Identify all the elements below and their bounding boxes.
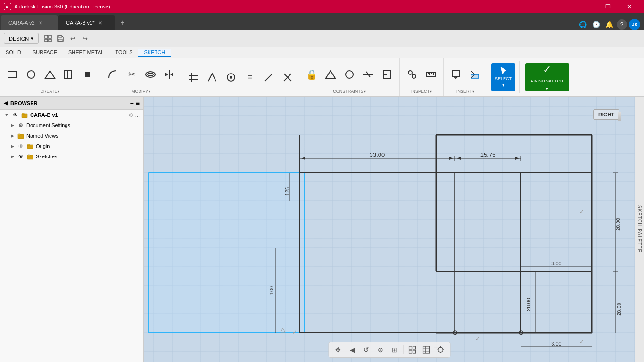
new-tab-button[interactable]: + xyxy=(115,15,130,30)
view-cube-label[interactable]: RIGHT xyxy=(593,109,619,120)
trim-tool[interactable]: ✂ xyxy=(123,64,140,85)
inspect-label: INSPECT▾ xyxy=(411,89,432,94)
insert-tool-2[interactable] xyxy=(466,64,483,85)
help-icon[interactable]: ? xyxy=(617,19,627,30)
svg-point-26 xyxy=(346,71,353,78)
line-segment-tool[interactable] xyxy=(204,67,221,88)
triangle-constraint-tool[interactable] xyxy=(322,64,339,85)
bell-icon[interactable]: 🔔 xyxy=(603,19,615,30)
user-avatar[interactable]: JS xyxy=(629,19,640,30)
sketches-eye-icon[interactable]: 👁 xyxy=(17,153,25,160)
tangent-tool[interactable] xyxy=(360,64,377,85)
orbit-btn[interactable]: ↺ xyxy=(361,344,372,355)
create-tools xyxy=(4,60,96,88)
close-button[interactable]: ✕ xyxy=(619,0,640,13)
tab-tools[interactable]: TOOLS xyxy=(109,49,138,57)
tab-surface[interactable]: SURFACE xyxy=(27,49,63,57)
tab-sheet-metal[interactable]: SHEET METAL xyxy=(63,49,109,57)
project-tool[interactable] xyxy=(161,64,178,85)
triangle-tool[interactable] xyxy=(41,64,58,85)
svg-rect-8 xyxy=(8,71,17,78)
ruler-tool[interactable] xyxy=(422,64,439,85)
tab-solid[interactable]: SOLID xyxy=(0,49,27,57)
named-views-arrow[interactable]: ▶ xyxy=(9,133,15,139)
sketch-palette[interactable]: SKETCH PALETTE xyxy=(635,97,644,362)
origin-folder-icon xyxy=(26,142,34,150)
display-settings-btn[interactable] xyxy=(435,344,446,355)
insert-section: INSERT▾ xyxy=(444,58,487,96)
app-icon: A xyxy=(4,3,11,10)
line-tool[interactable] xyxy=(60,64,77,85)
design-button[interactable]: DESIGN ▾ xyxy=(4,33,39,44)
svg-marker-10 xyxy=(45,71,55,78)
canvas-area[interactable]: 33.00 15.75 125 100 28.00 28.00 xyxy=(144,97,635,362)
svg-marker-70 xyxy=(457,157,461,160)
view-cube[interactable]: RIGHT xyxy=(592,100,620,129)
svg-text:3.00: 3.00 xyxy=(551,261,561,266)
tab-cara-a[interactable]: CARA-A v2 ✕ xyxy=(1,15,58,30)
undo-icon[interactable]: ↩ xyxy=(67,33,78,44)
browser-item-sketches[interactable]: ▶ 👁 Sketches xyxy=(0,151,143,162)
measure-tool[interactable] xyxy=(404,64,421,85)
browser-menu-icon[interactable]: ≡ xyxy=(136,99,140,107)
cara-b-more-icon[interactable]: ... xyxy=(135,112,140,118)
browser-item-doc-settings[interactable]: ▶ Document Settings xyxy=(0,120,143,131)
modify-tools: ✂ xyxy=(104,60,178,88)
insert-tools xyxy=(447,60,483,88)
x-tool[interactable] xyxy=(279,67,296,88)
select-button[interactable]: SELECT ▾ xyxy=(491,63,515,91)
sketches-arrow[interactable]: ▶ xyxy=(9,154,15,159)
view-axis-z[interactable] xyxy=(618,112,621,121)
clock-icon[interactable]: 🕐 xyxy=(590,19,602,30)
restore-button[interactable]: ❐ xyxy=(597,0,619,13)
browser-collapse-icon[interactable]: ◀ xyxy=(4,100,8,106)
point-tool[interactable] xyxy=(79,64,96,85)
circle-tool[interactable] xyxy=(23,64,40,85)
tab-bar: CARA-A v2 ✕ CARA-B v1* ✕ + 🌐 🕐 🔔 ? JS xyxy=(0,13,644,30)
redo-icon[interactable]: ↪ xyxy=(79,33,91,44)
globe-icon[interactable]: 🌐 xyxy=(577,19,588,30)
sketches-label: Sketches xyxy=(36,154,57,159)
view-options-btn[interactable] xyxy=(406,344,418,355)
browser-item-named-views[interactable]: ▶ Named Views xyxy=(0,131,143,141)
svg-point-9 xyxy=(27,71,35,78)
finish-sketch-button[interactable]: ✓ FINISH SKETCH ▾ xyxy=(525,63,569,91)
parallel-lines-tool[interactable] xyxy=(185,67,202,88)
pan-tool-btn[interactable]: ✥ xyxy=(332,344,344,355)
equals-tool[interactable]: = xyxy=(241,67,258,88)
tab-sketch[interactable]: SKETCH xyxy=(138,49,171,57)
circle-constraint-tool[interactable] xyxy=(341,64,358,85)
prev-view-btn[interactable]: ◀ xyxy=(347,344,358,355)
tab-cara-a-close[interactable]: ✕ xyxy=(39,20,42,25)
grid-icon[interactable] xyxy=(42,33,54,44)
cara-b-eye-icon[interactable]: 👁 xyxy=(11,111,19,119)
svg-line-22 xyxy=(265,74,272,81)
finish-sketch-arrow: ▾ xyxy=(546,86,548,91)
center-circle-tool[interactable] xyxy=(223,67,239,88)
tab-cara-b[interactable]: CARA-B v1* ✕ xyxy=(58,15,115,30)
rectangle-tool[interactable] xyxy=(4,64,21,85)
cara-b-settings-icon[interactable]: ⚙ xyxy=(129,112,133,118)
window-controls: ─ ❐ ✕ xyxy=(575,0,640,13)
diagonal-line-tool[interactable] xyxy=(260,67,277,88)
insert-tool-1[interactable] xyxy=(447,64,464,85)
zoom-btn[interactable]: ⊕ xyxy=(375,344,386,355)
save-icon[interactable] xyxy=(55,33,66,44)
zoom-fit-btn[interactable]: ⊞ xyxy=(389,344,400,355)
origin-eye-off-icon[interactable]: 👁 xyxy=(17,142,25,150)
stretch-tool[interactable] xyxy=(379,64,396,85)
fillet-tool[interactable] xyxy=(104,64,121,85)
doc-settings-arrow[interactable]: ▶ xyxy=(9,123,15,128)
lock-tool[interactable]: 🔒 xyxy=(303,64,320,85)
grid-display-btn[interactable] xyxy=(421,344,432,355)
insert-label: INSERT▾ xyxy=(456,89,474,94)
offset-tool[interactable] xyxy=(142,64,159,85)
minimize-button[interactable]: ─ xyxy=(575,0,597,13)
svg-rect-39 xyxy=(471,74,479,78)
cara-b-arrow[interactable]: ▼ xyxy=(4,112,9,118)
browser-item-origin[interactable]: ▶ 👁 Origin xyxy=(0,141,143,151)
browser-item-cara-b[interactable]: ▼ 👁 CARA-B v1 ⚙ ... xyxy=(0,110,143,120)
tab-cara-b-close[interactable]: ✕ xyxy=(99,20,102,25)
browser-add-icon[interactable]: + xyxy=(130,99,134,107)
origin-arrow[interactable]: ▶ xyxy=(9,143,15,149)
